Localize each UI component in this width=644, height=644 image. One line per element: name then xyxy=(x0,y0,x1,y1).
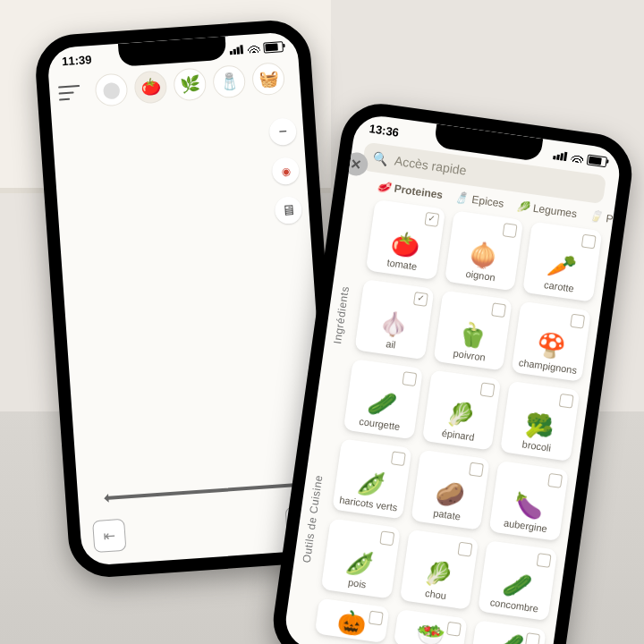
category-blank[interactable]: ⬤ xyxy=(94,72,128,106)
ingredient-tile[interactable]: 🫑poivron xyxy=(433,290,513,370)
ingredient-tile[interactable]: 🥦brocoli xyxy=(500,381,580,462)
checkbox-icon[interactable] xyxy=(525,632,540,644)
tab-more[interactable]: 🥛P… xyxy=(589,209,625,226)
ingredient-tile[interactable]: 🥔patate xyxy=(411,450,490,530)
ingredient-label: aubergine xyxy=(503,517,547,534)
ingredient-label: oignon xyxy=(465,268,496,283)
ingredient-label: carotte xyxy=(544,279,575,294)
pen-slider[interactable] xyxy=(106,483,300,500)
ingredient-icon: 🎃 xyxy=(335,610,367,637)
ingredient-label: haricots verts xyxy=(339,495,398,513)
ingredient-icon: 🥒 xyxy=(367,390,398,417)
wifi-icon xyxy=(571,152,584,163)
category-tomato[interactable]: 🍅 xyxy=(133,70,167,104)
checkbox-icon[interactable] xyxy=(581,234,597,250)
ingredient-icon: 🍆 xyxy=(513,492,544,519)
search-icon: 🔍 xyxy=(371,150,388,166)
ingredient-icon: 🫑 xyxy=(456,321,487,348)
ingredient-tile[interactable]: 🥒 xyxy=(471,620,546,644)
ingredient-tile[interactable]: 🥗 xyxy=(394,609,468,644)
ingredient-tile[interactable]: 🥬chou xyxy=(399,530,479,610)
ingredient-label: tomate xyxy=(386,257,418,272)
ingredient-label: brocoli xyxy=(521,438,552,453)
checkbox-icon[interactable] xyxy=(480,382,496,397)
category-row: ⬤ 🍅 🌿 🧂 🧺 xyxy=(88,62,292,108)
category-basket[interactable]: 🧺 xyxy=(251,62,285,96)
ingredient-tile[interactable]: 🥒concombre xyxy=(478,540,557,621)
checkbox-icon[interactable] xyxy=(469,462,484,478)
signal-icon xyxy=(553,150,568,161)
checkbox-icon[interactable]: ✓ xyxy=(413,292,428,307)
ingredient-icon: 🥒 xyxy=(501,572,532,598)
category-herbs[interactable]: 🌿 xyxy=(173,67,207,101)
ingredient-icon: 🧅 xyxy=(468,242,499,268)
back-button[interactable]: ⇤ xyxy=(92,519,126,553)
ingredient-label: pois xyxy=(347,577,367,590)
record-button[interactable]: ◉ xyxy=(271,157,300,185)
ingredient-icon: 🥦 xyxy=(524,412,555,439)
device-button[interactable]: 🖥 xyxy=(274,196,302,225)
checkbox-icon[interactable] xyxy=(458,542,473,557)
ingredient-label: poivron xyxy=(453,348,486,363)
checkbox-icon[interactable] xyxy=(368,610,383,625)
checkbox-icon[interactable] xyxy=(379,530,394,546)
ingredient-icon: 🥗 xyxy=(414,621,445,644)
ingredient-label: ail xyxy=(386,338,397,350)
minus-button[interactable]: − xyxy=(268,117,297,146)
ingredient-label: chou xyxy=(424,588,446,601)
ingredient-tile[interactable]: 🧅oignon xyxy=(445,210,524,291)
checkbox-icon[interactable] xyxy=(503,223,518,238)
menu-button[interactable] xyxy=(58,85,80,101)
checkbox-icon[interactable] xyxy=(570,314,585,329)
checkbox-icon[interactable] xyxy=(491,302,506,318)
ingredient-icon: 🥒 xyxy=(493,631,524,644)
ingredient-icon: 🥬 xyxy=(423,561,454,588)
ingredient-icon: 🍅 xyxy=(389,231,420,258)
ingredient-icon: 🍄 xyxy=(535,333,566,360)
ingredient-tile[interactable]: ✓🍅tomate xyxy=(366,199,445,280)
ingredient-icon: 🧄 xyxy=(377,310,409,337)
ingredient-icon: 🥬 xyxy=(445,401,477,428)
ingredient-tile[interactable]: 🍆aubergine xyxy=(489,461,569,541)
ingredient-label: épinard xyxy=(441,428,475,443)
ingredient-tile[interactable]: ✓🧄ail xyxy=(354,279,434,360)
checkbox-icon[interactable] xyxy=(402,371,417,386)
wifi-icon xyxy=(247,43,260,53)
checkbox-icon[interactable] xyxy=(391,451,406,466)
ingredient-label: patate xyxy=(433,507,462,521)
battery-icon xyxy=(263,41,284,54)
ingredient-tile[interactable]: 🫛haricots verts xyxy=(332,438,411,519)
checkbox-icon[interactable] xyxy=(537,553,552,568)
ingredient-icon: 🫛 xyxy=(344,549,376,576)
signal-icon xyxy=(229,45,244,55)
ingredient-tile[interactable]: 🥕carotte xyxy=(522,222,602,302)
search-placeholder: Accès rapide xyxy=(394,153,467,177)
ingredient-icon: 🫛 xyxy=(355,470,386,496)
clock: 11:39 xyxy=(62,53,92,68)
ingredient-tile[interactable]: 🥒courgette xyxy=(343,359,423,439)
ingredient-label: concombre xyxy=(489,597,539,614)
checkbox-icon[interactable]: ✓ xyxy=(424,212,439,227)
ingredient-tile[interactable]: 🎃 xyxy=(315,597,389,643)
category-salt[interactable]: 🧂 xyxy=(212,64,246,98)
checkbox-icon[interactable] xyxy=(559,394,574,409)
checkbox-icon[interactable] xyxy=(547,473,563,488)
ingredient-label: champignons xyxy=(518,357,577,376)
checkbox-icon[interactable] xyxy=(446,622,462,637)
ingredient-tile[interactable]: 🫛pois xyxy=(321,518,401,598)
battery-icon xyxy=(587,154,607,167)
ingredient-icon: 🥔 xyxy=(434,481,465,508)
ingredient-tile[interactable]: 🥬épinard xyxy=(422,369,502,450)
clock: 13:36 xyxy=(369,122,400,139)
ingredient-tile[interactable]: 🍄champignons xyxy=(512,301,591,382)
ingredient-icon: 🥕 xyxy=(547,252,578,279)
